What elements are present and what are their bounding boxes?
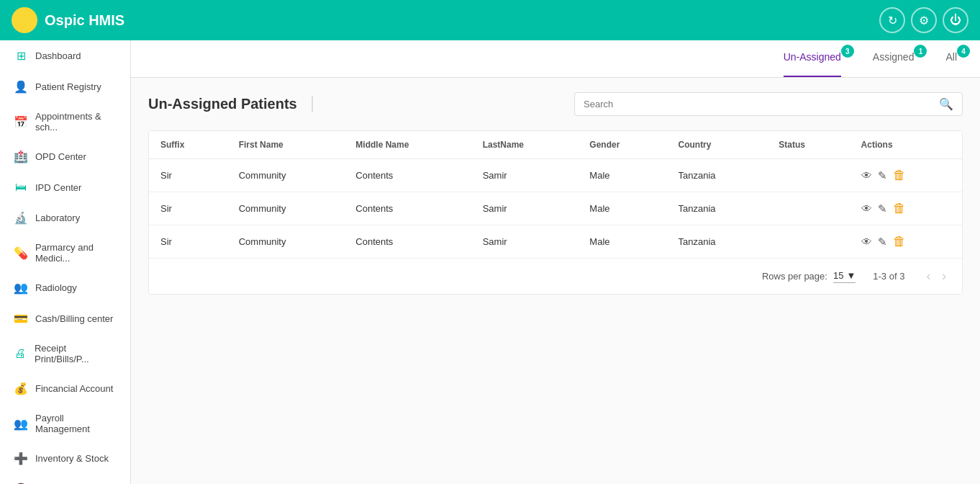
pharmacy-icon: 💊 xyxy=(14,246,28,260)
table-row: Sir Community Contents Samir Male Tanzan… xyxy=(149,159,962,192)
sidebar-item-cash-billing[interactable]: 💳 Cash/Billing center xyxy=(0,303,130,334)
cell-gender-1: Male xyxy=(578,192,666,225)
sidebar-item-laboratory[interactable]: 🔬 Laboratory xyxy=(0,202,130,233)
tab-all[interactable]: All 4 xyxy=(945,40,957,77)
sidebar-item-radiology[interactable]: 👥 Radiology xyxy=(0,272,130,303)
sidebar-item-pharmacy[interactable]: 💊 Parmarcy and Medici... xyxy=(0,233,130,272)
history-button[interactable]: ↻ xyxy=(879,7,905,33)
receipt-icon: 🖨 xyxy=(14,347,27,360)
sidebar-label-financial: Fincancial Account xyxy=(35,383,113,394)
content-header: Un-Assigned Patients 🔍 xyxy=(148,92,963,116)
cell-actions-2: 👁 ✎ 🗑 xyxy=(850,225,962,259)
cell-first-name-2: Community xyxy=(227,225,345,259)
edit-button-2[interactable]: ✎ xyxy=(878,236,887,248)
sidebar-label-opd: OPD Center xyxy=(35,151,86,162)
sidebar: ⊞ Dashboard 👤 Patient Registry 📅 Appoint… xyxy=(0,40,131,484)
delete-button-1[interactable]: 🗑 xyxy=(893,201,906,216)
cell-country-1: Tanzania xyxy=(666,192,767,225)
col-country: Country xyxy=(666,131,767,159)
cell-country-0: Tanzania xyxy=(666,159,767,192)
cell-middle-name-2: Contents xyxy=(344,225,471,259)
edit-button-0[interactable]: ✎ xyxy=(878,169,887,182)
cell-first-name-0: Community xyxy=(227,159,345,192)
page-title: Un-Assigned Patients xyxy=(148,96,313,112)
logo-area: Ospic HMIS xyxy=(12,7,124,33)
sidebar-label-payroll: Payroll Management xyxy=(35,413,119,434)
lab-icon: 🔬 xyxy=(14,211,28,225)
view-button-2[interactable]: 👁 xyxy=(861,236,872,248)
sidebar-label-billing: Cash/Billing center xyxy=(35,313,113,324)
tab-assigned-badge: 1 xyxy=(914,45,927,58)
sidebar-item-ipd-center[interactable]: 🛏 IPD Center xyxy=(0,172,130,202)
sidebar-label-ipd: IPD Center xyxy=(35,182,81,193)
tab-assigned-label: Assigned xyxy=(873,51,915,63)
patients-table: Suffix First Name Middle Name LastName G… xyxy=(149,131,962,258)
payroll-icon: 👥 xyxy=(14,417,28,431)
cell-middle-name-0: Contents xyxy=(344,159,471,192)
financial-icon: 💰 xyxy=(14,382,28,395)
rows-per-page: Rows per page: 15 ▼ xyxy=(762,270,856,283)
col-suffix: Suffix xyxy=(149,131,227,159)
delete-button-0[interactable]: 🗑 xyxy=(893,168,906,183)
page-prev-button[interactable]: ‹ xyxy=(922,267,935,285)
cell-status-1 xyxy=(767,192,849,225)
main-content: Un-Assigned 3 Assigned 1 All 4 Un-Assign… xyxy=(131,40,980,484)
tab-unassigned[interactable]: Un-Assigned 3 xyxy=(784,40,841,77)
settings-button[interactable]: ⚙ xyxy=(911,7,937,33)
cell-last-name-1: Samir xyxy=(471,192,579,225)
view-button-0[interactable]: 👁 xyxy=(861,169,872,182)
col-gender: Gender xyxy=(578,131,666,159)
col-first-name: First Name xyxy=(227,131,345,159)
rows-select-chevron: ▼ xyxy=(846,270,856,281)
tab-unassigned-badge: 3 xyxy=(841,45,854,58)
tab-assigned[interactable]: Assigned 1 xyxy=(873,40,915,77)
view-button-1[interactable]: 👁 xyxy=(861,202,872,215)
sidebar-label-dashboard: Dashboard xyxy=(35,50,81,61)
sidebar-item-inventory[interactable]: ➕ Inventory & Stock xyxy=(0,443,130,474)
sidebar-item-patient-registry[interactable]: 👤 Patient Registry xyxy=(0,71,130,102)
cell-status-0 xyxy=(767,159,849,192)
sidebar-item-payroll[interactable]: 👥 Payroll Management xyxy=(0,404,130,443)
edit-button-1[interactable]: ✎ xyxy=(878,202,887,215)
search-icon: 🔍 xyxy=(939,97,953,111)
cell-gender-2: Male xyxy=(578,225,666,259)
billing-icon: 💳 xyxy=(14,312,28,326)
cell-middle-name-1: Contents xyxy=(344,192,471,225)
logo-icon xyxy=(12,7,37,33)
sidebar-label-appointments: Appointments & sch... xyxy=(35,111,119,133)
pagination-row: Rows per page: 15 ▼ 1-3 of 3 ‹ › xyxy=(149,258,962,294)
page-info: 1-3 of 3 xyxy=(873,271,904,282)
sidebar-item-financial[interactable]: 💰 Fincancial Account xyxy=(0,373,130,404)
tab-unassigned-label: Un-Assigned xyxy=(784,51,841,63)
cell-country-2: Tanzania xyxy=(666,225,767,259)
sidebar-item-nurse-station[interactable]: 👩‍⚕️ Nurse Station xyxy=(0,474,130,484)
page-nav: ‹ › xyxy=(922,267,950,285)
rows-per-page-select[interactable]: 15 ▼ xyxy=(833,270,856,283)
content-area: Un-Assigned Patients 🔍 Suffix First Name… xyxy=(131,78,980,309)
sidebar-label-receipt: Receipt Print/Bills/P... xyxy=(35,343,119,364)
delete-button-2[interactable]: 🗑 xyxy=(893,234,906,249)
table-row: Sir Community Contents Samir Male Tanzan… xyxy=(149,225,962,259)
sidebar-item-opd-center[interactable]: 🏥 OPD Center xyxy=(0,141,130,172)
table-header-row: Suffix First Name Middle Name LastName G… xyxy=(149,131,962,159)
power-button[interactable]: ⏻ xyxy=(943,7,968,33)
sidebar-label-lab: Laboratory xyxy=(35,212,80,223)
app-header: Ospic HMIS ↻ ⚙ ⏻ xyxy=(0,0,980,40)
inventory-icon: ➕ xyxy=(14,452,28,465)
cell-gender-0: Male xyxy=(578,159,666,192)
sidebar-label-pharmacy: Parmarcy and Medici... xyxy=(35,242,119,264)
search-input[interactable] xyxy=(584,99,939,109)
page-next-button[interactable]: › xyxy=(938,267,950,285)
sidebar-item-dashboard[interactable]: ⊞ Dashboard xyxy=(0,40,130,71)
sidebar-item-appointments[interactable]: 📅 Appointments & sch... xyxy=(0,102,130,141)
opd-icon: 🏥 xyxy=(14,150,28,163)
col-middle-name: Middle Name xyxy=(344,131,471,159)
sidebar-item-receipt-print[interactable]: 🖨 Receipt Print/Bills/P... xyxy=(0,334,130,373)
rows-per-page-value: 15 xyxy=(833,270,843,281)
cell-suffix-0: Sir xyxy=(149,159,227,192)
cell-actions-0: 👁 ✎ 🗑 xyxy=(850,159,962,192)
app-title: Ospic HMIS xyxy=(45,12,124,29)
patient-icon: 👤 xyxy=(14,80,28,94)
cell-suffix-1: Sir xyxy=(149,192,227,225)
appointments-icon: 📅 xyxy=(14,115,28,129)
